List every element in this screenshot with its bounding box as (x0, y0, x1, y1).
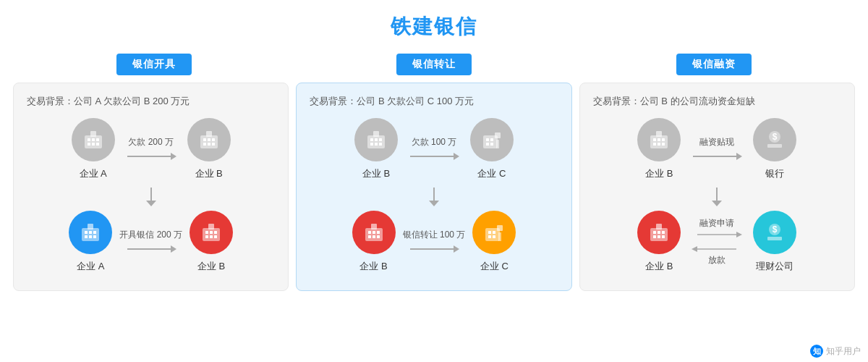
svg-rect-93 (653, 235, 656, 238)
circle-b-bottom (190, 211, 233, 254)
svg-rect-69 (493, 231, 495, 234)
svg-rect-90 (653, 231, 656, 234)
entity-c-bottom-2: 企业 C (472, 211, 516, 273)
entity-a-bottom: 企业 A (69, 211, 112, 273)
arrow-label-2-bottom: 银信转让 100 万 (403, 229, 466, 241)
svg-rect-45 (373, 131, 379, 137)
svg-rect-59 (373, 231, 375, 234)
svg-rect-25 (89, 235, 92, 238)
arrow-area-2-bottom: 银信转让 100 万 (403, 229, 466, 256)
svg-rect-91 (658, 231, 660, 234)
svg-marker-9 (171, 153, 176, 160)
svg-rect-58 (368, 231, 371, 234)
col3-header-btn[interactable]: 银信融资 (676, 54, 752, 75)
top-flow-3: 企业 B 融资贴现 $ 银行 (593, 118, 841, 180)
svg-rect-52 (490, 143, 493, 146)
svg-rect-20 (82, 228, 99, 241)
top-flow-1: 企业 A 欠款 200 万 企业 B (27, 118, 275, 180)
svg-rect-5 (92, 143, 95, 146)
entity-b-bottom-3: 企业 B (637, 211, 681, 273)
svg-rect-71 (493, 235, 495, 238)
svg-rect-78 (653, 143, 656, 146)
svg-rect-70 (488, 235, 491, 238)
svg-rect-27 (88, 224, 93, 230)
svg-rect-36 (214, 235, 217, 238)
svg-rect-42 (370, 143, 373, 146)
entity-bank-top-3-label: 银行 (765, 167, 784, 180)
svg-rect-103 (767, 237, 782, 240)
svg-text:$: $ (773, 224, 778, 235)
svg-rect-31 (205, 231, 208, 234)
entity-b-top-3-label: 企业 B (645, 167, 673, 180)
arrow-area-3-bottom: 融资申请 放款 (688, 217, 746, 266)
svg-rect-10 (200, 135, 218, 148)
svg-rect-50 (490, 138, 493, 141)
entity-b-top-2: 企业 B (354, 118, 398, 180)
svg-rect-64 (371, 224, 377, 230)
svg-rect-21 (85, 231, 88, 234)
svg-rect-54 (496, 140, 499, 148)
svg-rect-57 (365, 228, 383, 241)
svg-rect-61 (368, 235, 371, 238)
svg-rect-0 (85, 135, 102, 148)
svg-rect-60 (377, 231, 380, 234)
svg-rect-76 (658, 138, 660, 141)
arrow-area-1-top: 欠款 200 万 (122, 136, 180, 163)
svg-marker-56 (429, 201, 439, 206)
arrow-label-2-top: 欠款 100 万 (412, 136, 457, 148)
circle-c-top-2 (470, 118, 514, 161)
circle-a-top (72, 118, 115, 161)
svg-rect-23 (93, 231, 96, 234)
columns-body: 交易背景：公司 A 欠款公司 B 200 万元 企业 A 欠款 200 万 企业… (0, 83, 868, 298)
svg-marker-66 (454, 245, 459, 253)
circle-b-top-3 (637, 118, 681, 161)
bottom-flow-2: 企业 B 银信转让 100 万 企业 C (310, 211, 558, 273)
svg-rect-89 (650, 228, 668, 241)
svg-rect-39 (370, 138, 373, 141)
circle-b-top-2 (354, 118, 398, 161)
svg-rect-30 (203, 228, 220, 241)
svg-marker-88 (712, 201, 722, 206)
svg-rect-72 (497, 225, 503, 231)
svg-rect-81 (656, 131, 662, 137)
svg-rect-86 (767, 144, 782, 148)
svg-rect-2 (92, 138, 95, 141)
svg-rect-74 (650, 135, 668, 148)
column-yinxin-kaiju: 交易背景：公司 A 欠款公司 B 200 万元 企业 A 欠款 200 万 企业… (13, 83, 289, 291)
entity-a-bottom-label: 企业 A (77, 260, 104, 273)
svg-rect-63 (377, 235, 380, 238)
scenario-text-1: 交易背景：公司 A 欠款公司 B 200 万元 (27, 95, 275, 108)
svg-rect-79 (658, 143, 660, 146)
entity-c-bottom-2-label: 企业 C (480, 260, 509, 273)
col2-header-btn[interactable]: 银信转让 (396, 54, 472, 75)
entity-a-top: 企业 A (72, 118, 115, 180)
svg-rect-80 (662, 143, 665, 146)
entity-b-top-label: 企业 B (195, 167, 223, 180)
svg-rect-43 (375, 143, 378, 146)
svg-rect-62 (373, 235, 375, 238)
svg-rect-24 (85, 235, 88, 238)
entity-c-top-2-label: 企业 C (477, 167, 506, 180)
svg-rect-49 (486, 138, 489, 141)
svg-rect-6 (96, 143, 99, 146)
svg-rect-3 (96, 138, 99, 141)
arrow-label-3-top: 融资贴现 (699, 136, 734, 148)
entity-b-bottom-3-label: 企业 B (645, 260, 673, 273)
arrow-area-2-top: 欠款 100 万 (405, 136, 463, 163)
svg-rect-95 (662, 235, 665, 238)
circle-bank-top-3: $ (753, 118, 796, 161)
arrow-label-3-top-text: 融资申请 (699, 217, 734, 230)
svg-rect-14 (203, 143, 206, 146)
svg-rect-12 (208, 138, 210, 141)
svg-marker-100 (692, 246, 697, 252)
col1-header-btn[interactable]: 银信开具 (116, 54, 192, 75)
svg-rect-22 (89, 231, 92, 234)
svg-rect-96 (656, 224, 662, 230)
columns-header: 银信开具 银信转让 银信融资 (0, 48, 868, 83)
svg-rect-26 (93, 235, 96, 238)
svg-rect-44 (379, 143, 382, 146)
svg-marker-19 (146, 201, 156, 206)
zhihu-icon: 知 (810, 345, 823, 358)
svg-rect-37 (208, 224, 214, 230)
watermark: 知 知乎用户 (810, 345, 861, 358)
